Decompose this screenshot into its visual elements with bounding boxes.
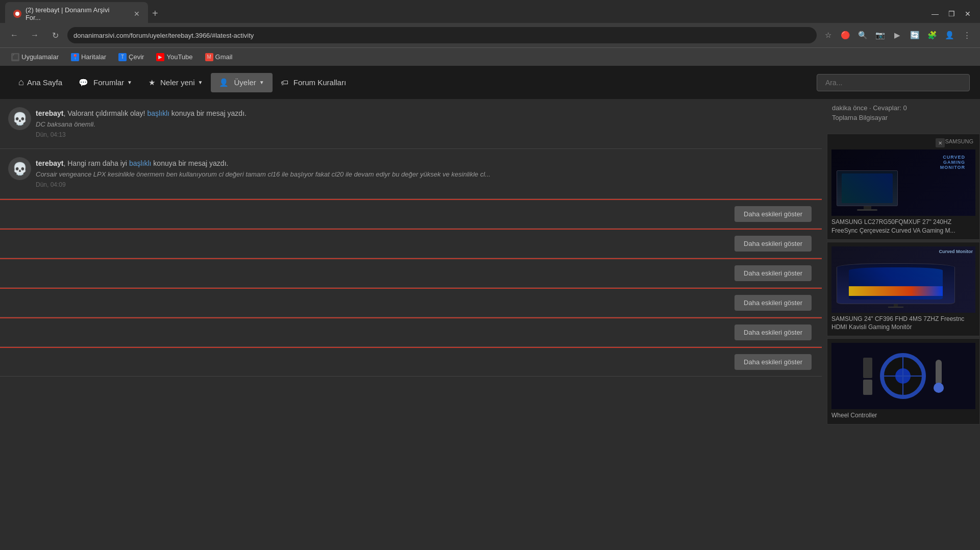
extension-icon-5[interactable]: 🔄 [908,28,922,42]
nav-members[interactable]: 👤 Üyeler ▼ [211,73,272,92]
content-area: 💀 terebayt, Valorant çıldırmalık olay! b… [0,99,822,427]
ad-close-button-1[interactable]: ✕ [936,138,945,147]
nav-whats-new[interactable]: ★ Neler yeni ▼ [140,73,211,92]
tab-favicon [13,10,21,18]
nav-home[interactable]: Ana Sayfa [10,72,70,93]
sidebar-info: dakika önce · Cevaplar: 0 Toplama Bilgis… [827,99,980,129]
home-label: Ana Sayfa [27,78,62,87]
tab-title: (2) terebayt | Donanım Arşivi For... [26,6,126,21]
activity-link-1[interactable]: başlıklı [147,109,169,117]
load-more-button-4[interactable]: Daha eskileri göster [734,295,812,311]
ad-container-1: ✕ SAMSUNG CURVED GAMING MONITOR [827,134,980,240]
activity-user-1[interactable]: terebayt [36,109,63,117]
avatar-2: 💀 [8,157,31,180]
activity-item-1: 💀 terebayt, Valorant çıldırmalık olay! b… [0,99,822,149]
browser-chrome: (2) terebayt | Donanım Arşivi For... ✕ +… [0,0,980,66]
new-tab-button[interactable]: + [152,8,158,19]
back-button[interactable]: ← [6,27,22,43]
nav-forum-rules[interactable]: 🏷 Forum Kuralları [273,73,354,92]
ad-container-3: Wheel Controller [827,338,980,424]
address-bar-row: ← → ↻ ☆ 🔴 🔍 📷 ▶ 🔄 🧩 👤 ⋮ [0,23,980,47]
sidebar-time-ago: dakika önce · Cevaplar: 0 [832,104,975,112]
gmail-favicon: M [205,53,213,61]
minimize-button[interactable]: — [928,7,942,21]
load-more-button-5[interactable]: Daha eskileri göster [734,324,812,340]
toolbar-icons: ☆ 🔴 🔍 📷 ▶ 🔄 🧩 👤 ⋮ [821,28,974,42]
tab-bar: (2) terebayt | Donanım Arşivi For... ✕ +… [0,0,980,23]
sidebar-category: Toplama Bilgisayar [832,114,975,121]
forums-arrow: ▼ [127,80,132,85]
ad-title-1: SAMSUNG LC27RG50FQMXUF 27" 240HZ FreeSyn… [831,218,975,235]
menu-button[interactable]: ⋮ [960,28,974,42]
activity-excerpt-1: DC baksana önemli. [36,120,812,128]
bookmark-translate[interactable]: T Çevir [113,51,149,63]
load-more-section-6: Daha eskileri göster [0,347,822,377]
whats-new-arrow: ▼ [198,80,203,85]
avatar-skull-icon-2: 💀 [12,162,28,176]
profile-button[interactable]: 👤 [942,28,957,42]
members-arrow: ▼ [259,80,264,85]
activity-time-2: Dün, 04:09 [36,181,812,188]
load-more-section-1: Daha eskileri göster [0,199,822,229]
ad-header-1: ✕ SAMSUNG [831,138,975,147]
close-button[interactable]: ✕ [961,7,975,21]
forum-rules-label: Forum Kuralları [293,78,346,87]
site-header: Ana Sayfa 💬 Forumlar ▼ ★ Neler yeni ▼ 👤 … [0,66,980,99]
maximize-button[interactable]: ❒ [944,7,959,21]
bookmark-apps[interactable]: ⬛ Uygulamalar [6,51,64,63]
load-more-section-4: Daha eskileri göster [0,288,822,317]
window-controls: — ❒ ✕ [928,7,975,21]
load-more-button-6[interactable]: Daha eskileri göster [734,354,812,370]
extension-icon-1[interactable]: 🔴 [838,28,852,42]
activity-user-2[interactable]: terebayt [36,159,63,167]
extensions-button[interactable]: 🧩 [925,28,939,42]
load-more-button-3[interactable]: Daha eskileri göster [734,265,812,281]
main-container: 💀 terebayt, Valorant çıldırmalık olay! b… [0,99,980,427]
activity-text-2: terebayt, Hangi ram daha iyi başlıklı ko… [36,159,812,167]
forward-button[interactable]: → [27,27,43,43]
avatar-1: 💀 [8,107,31,130]
apps-label: Uygulamalar [21,53,59,61]
ad-image-2[interactable]: Curved Monitor [831,246,975,313]
load-more-button-2[interactable]: Daha eskileri göster [734,236,812,252]
extension-icon-4[interactable]: ▶ [890,28,904,42]
whats-new-label: Neler yeni [160,78,195,87]
bookmark-gmail[interactable]: M Gmail [200,51,238,63]
extension-icon-3[interactable]: 📷 [873,28,887,42]
apps-favicon: ⬛ [11,53,19,61]
tab-close-button[interactable]: ✕ [134,10,140,18]
address-input[interactable] [67,27,817,43]
nav-forums[interactable]: 💬 Forumlar ▼ [70,73,140,92]
bookmarks-bar: ⬛ Uygulamalar 📍 Haritalar T Çevir ▶ YouT… [0,47,980,66]
activity-link-2[interactable]: başlıklı [129,159,152,167]
bookmark-star-icon[interactable]: ☆ [821,28,835,42]
extension-icon-2[interactable]: 🔍 [855,28,870,42]
search-input[interactable] [817,74,970,91]
avatar-skull-icon: 💀 [12,112,28,126]
maps-label: Haritalar [81,53,106,61]
members-label: Üyeler [234,78,256,87]
activity-time-1: Dün, 04:13 [36,131,812,138]
ad-image-1[interactable]: CURVED GAMING MONITOR [831,149,975,216]
ad-title-3: Wheel Controller [831,411,975,420]
ad-title-2: SAMSUNG 24" CF396 FHD 4MS 7ZHZ Freestnc … [831,315,975,332]
translate-favicon: T [118,53,127,61]
gmail-label: Gmail [215,53,233,61]
translate-label: Çevir [129,53,144,61]
active-tab[interactable]: (2) terebayt | Donanım Arşivi For... ✕ [5,2,148,26]
load-more-button-1[interactable]: Daha eskileri göster [734,206,812,222]
reload-button[interactable]: ↻ [47,27,63,43]
load-more-section-3: Daha eskileri göster [0,258,822,288]
maps-favicon: 📍 [71,53,79,61]
load-more-section-2: Daha eskileri göster [0,229,822,258]
ad-image-3[interactable] [831,343,975,409]
youtube-label: YouTube [166,53,192,61]
load-more-section-5: Daha eskileri göster [0,317,822,347]
bookmark-maps[interactable]: 📍 Haritalar [66,51,111,63]
activity-item-2: 💀 terebayt, Hangi ram daha iyi başlıklı … [0,149,822,199]
ad-samsung-label: SAMSUNG [945,138,973,147]
sidebar: dakika önce · Cevaplar: 0 Toplama Bilgis… [822,99,980,427]
activity-text-1: terebayt, Valorant çıldırmalık olay! baş… [36,109,812,117]
forums-label: Forumlar [93,78,124,87]
bookmark-youtube[interactable]: ▶ YouTube [151,51,198,63]
